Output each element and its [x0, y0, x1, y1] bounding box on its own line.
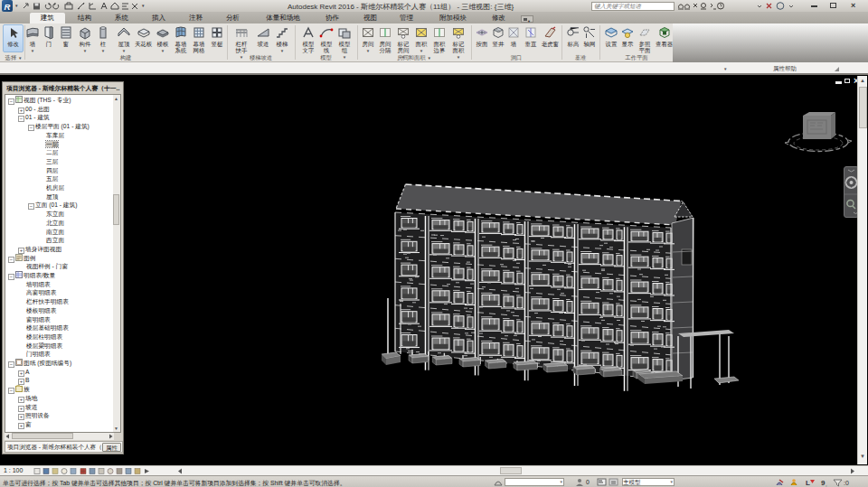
- svg-text:L: L: [806, 479, 810, 487]
- svg-text:,: ,: [826, 482, 827, 487]
- svg-text::0: :0: [844, 480, 849, 486]
